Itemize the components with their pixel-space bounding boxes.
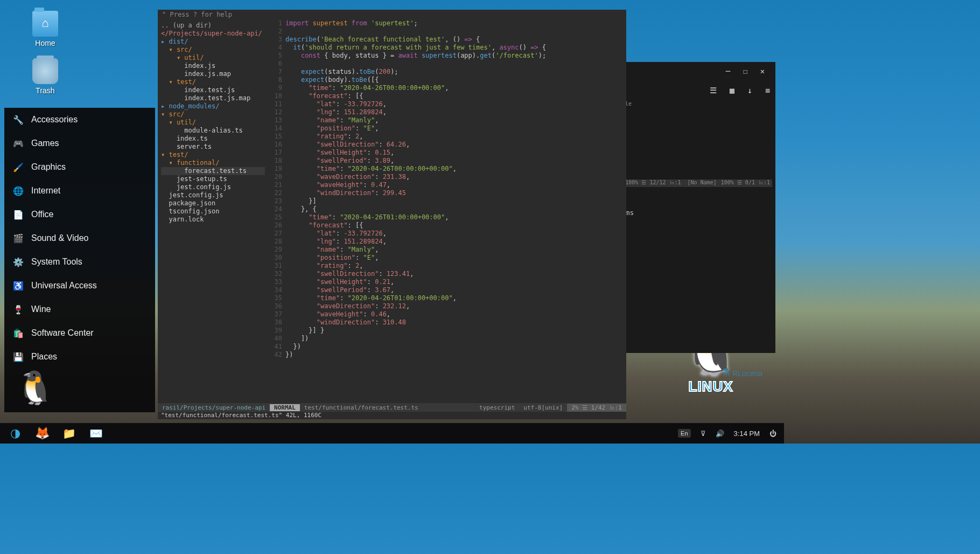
code-content[interactable]: import supertest from 'supertest'; descr… [285,19,626,407]
code-line[interactable]: describe('Beach forecast functional test… [285,36,626,44]
grid-view-icon[interactable]: ▦ [730,86,734,95]
menu-item-sound-video[interactable]: 🎬Sound & Video [4,226,155,250]
tree-node[interactable]: index.test.js [161,86,265,94]
code-line[interactable]: "lng": 151.289824, [285,238,626,246]
code-line[interactable]: "windDirection": 310.48 [285,318,626,327]
tree-node[interactable]: module-alias.ts [161,127,265,135]
code-line[interactable]: "rating": 2, [285,133,626,141]
code-line[interactable]: "time": "2020-04-26T01:00:00+00:00", [285,213,626,221]
code-line[interactable]: "time": "2020-04-26T00:00:00+00:00", [285,165,626,173]
tree-node[interactable]: ▾ src/ [161,110,265,119]
minimize-button[interactable]: ─ [719,67,737,75]
menu-item-places[interactable]: 💾Places [4,345,155,369]
tree-node[interactable]: index.test.js.map [161,94,265,102]
tree-root-path[interactable]: </Projects/super-node-api/ [161,30,265,38]
menu-item-games[interactable]: 🎮Games [4,131,155,155]
code-line[interactable]: expect(body).toBe([{ [285,76,626,84]
download-icon[interactable]: ↓ [747,86,752,95]
tree-node[interactable]: jest.config.js [161,183,265,191]
code-line[interactable]: "name": "Manly", [285,116,626,124]
code-line[interactable]: const { body, status } = await supertest… [285,52,626,60]
code-line[interactable]: "name": "Manly", [285,246,626,254]
menu-item-internet[interactable]: 🌐Internet [4,179,155,203]
tree-node[interactable]: ▾ util/ [161,119,265,127]
code-line[interactable]: it('should return a forecast with just a… [285,44,626,52]
code-line[interactable] [285,60,626,68]
menu-item-universal-access[interactable]: ♿Universal Access [4,274,155,297]
menu-item-graphics[interactable]: 🖌️Graphics [4,155,155,179]
code-line[interactable]: "position": "E", [285,124,626,133]
power-icon[interactable]: ⏻ [769,430,776,438]
code-line[interactable]: "swellDirection": 64.26, [285,141,626,149]
code-line[interactable]: "forecast": [{ [285,221,626,230]
firefox-launcher[interactable]: 🦊 [29,423,55,444]
code-line[interactable]: "waveDirection": 232.12, [285,302,626,310]
list-view-icon[interactable]: ☰ [710,86,717,95]
tree-node[interactable]: ▸ dist/ [161,38,265,46]
tree-node[interactable]: ▾ test/ [161,78,265,86]
menu-icon: ♿ [12,279,25,292]
code-line[interactable]: "swellPeriod": 3.89, [285,157,626,165]
code-line[interactable]: "waveDirection": 231.38, [285,173,626,181]
tree-node[interactable]: jest-setup.ts [161,175,265,183]
tree-node[interactable]: yarn.lock [161,216,265,224]
tree-node[interactable]: ▾ test/ [161,151,265,159]
tree-node[interactable]: ▾ util/ [161,54,265,62]
code-line[interactable]: }) [285,343,626,351]
volume-icon[interactable]: 🔊 [716,430,724,438]
code-line[interactable]: "rating": 2, [285,262,626,270]
code-line[interactable]: "swellDirection": 123.41, [285,270,626,278]
tree-up-dir[interactable]: .. (up a dir) [161,22,265,30]
code-line[interactable]: }, { [285,205,626,213]
code-line[interactable]: }] [285,197,626,205]
code-pane[interactable]: 1234567891011121314151617181920212223242… [268,19,626,407]
code-line[interactable]: "lat": -33.792726, [285,100,626,108]
code-line[interactable]: expect(status).toBe(200); [285,68,626,76]
close-button[interactable]: ✕ [754,67,771,75]
menu-item-office[interactable]: 📄Office [4,203,155,226]
menu-item-accessories[interactable]: 🔧Accessories [4,108,155,131]
code-line[interactable]: "time": "2020-04-26T01:00:00+00:00", [285,294,626,302]
code-line[interactable] [285,27,626,36]
code-line[interactable]: "waveHeight": 0.46, [285,310,626,318]
tree-node[interactable]: index.js [161,62,265,70]
tree-node[interactable]: tsconfig.json [161,207,265,216]
code-line[interactable]: "time": "2020-04-26T00:00:00+00:00", [285,84,626,92]
code-line[interactable]: "swellHeight": 0.15, [285,149,626,157]
code-line[interactable]: }] } [285,327,626,335]
tree-node[interactable]: index.js.map [161,70,265,78]
tree-node[interactable]: server.ts [161,143,265,151]
code-line[interactable]: "swellHeight": 0.21, [285,278,626,286]
tree-node[interactable]: forecast.test.ts [161,167,265,175]
trash-desktop-icon[interactable]: Trash [32,58,58,95]
mail-launcher[interactable]: ✉️ [83,423,109,444]
code-line[interactable]: "windDirection": 299.45 [285,189,626,197]
home-desktop-icon[interactable]: Home [32,11,58,47]
tree-node[interactable]: index.ts [161,135,265,143]
menu-item-wine[interactable]: 🍷Wine [4,297,155,321]
start-button[interactable]: ◑ [2,423,28,444]
code-line[interactable]: "waveHeight": 0.47, [285,181,626,189]
tree-node[interactable]: ▸ node_modules/ [161,102,265,110]
hamburger-menu-icon[interactable]: ≡ [765,86,770,95]
tree-node[interactable]: ▾ functional/ [161,159,265,167]
tree-node[interactable]: package.json [161,199,265,207]
tree-node[interactable]: jest.config.js [161,191,265,199]
language-indicator[interactable]: En [678,429,690,438]
code-line[interactable]: "forecast": [{ [285,92,626,100]
code-line[interactable]: }) [285,351,626,359]
wifi-icon[interactable]: ⊽ [701,430,706,438]
code-line[interactable]: "swellPeriod": 3.67, [285,286,626,294]
menu-item-system-tools[interactable]: ⚙️System Tools [4,250,155,274]
nerdtree-panel[interactable]: .. (up a dir) </Projects/super-node-api/… [158,19,268,407]
maximize-button[interactable]: ☐ [737,67,754,75]
files-launcher[interactable]: 📁 [56,423,82,444]
code-line[interactable]: ]) [285,335,626,343]
code-line[interactable]: "lng": 151.289824, [285,108,626,116]
code-line[interactable]: "position": "E", [285,254,626,262]
tree-node[interactable]: ▾ src/ [161,46,265,54]
menu-item-software-center[interactable]: 🛍️Software Center [4,321,155,345]
code-line[interactable]: import supertest from 'supertest'; [285,19,626,27]
clock[interactable]: 3:14 PM [734,430,760,438]
code-line[interactable]: "lat": -33.792726, [285,230,626,238]
